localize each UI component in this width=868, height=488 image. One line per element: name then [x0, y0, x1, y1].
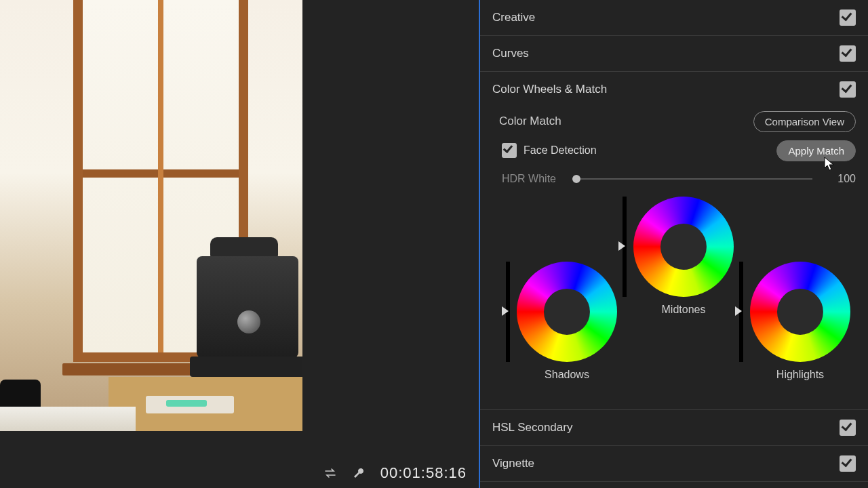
hdr-white-slider[interactable] — [572, 178, 812, 180]
shadows-luma-handle[interactable] — [502, 306, 509, 316]
shadows-label: Shadows — [545, 369, 589, 381]
midtones-label: Midtones — [662, 304, 706, 316]
highlights-label: Highlights — [776, 369, 824, 381]
hdr-white-row: HDR White 100 — [492, 165, 856, 192]
colorwheels-toggle[interactable] — [840, 81, 856, 98]
midtones-wheel-group: Midtones — [623, 197, 734, 316]
hdr-white-label: HDR White — [502, 173, 563, 185]
apply-match-button[interactable]: Apply Match — [776, 140, 856, 161]
video-preview[interactable] — [0, 0, 302, 431]
shadows-wheel-group: Shadows — [506, 262, 617, 381]
hsl-toggle[interactable] — [840, 420, 856, 436]
section-title: Creative — [492, 11, 535, 24]
preview-toolbar: 00:01:58:16 — [0, 458, 479, 488]
highlights-color-wheel[interactable] — [750, 262, 850, 362]
section-title: Vignette — [492, 457, 534, 470]
highlights-luma-handle[interactable] — [735, 306, 742, 316]
highlights-luma-slider[interactable] — [739, 262, 743, 362]
section-color-wheels: Color Wheels & Match Color Match Compari… — [480, 72, 868, 410]
lumetri-panel: Creative Curves Color Wheels & Match Col… — [480, 0, 868, 488]
face-detection-label: Face Detection — [524, 144, 597, 157]
color-wheels-header[interactable]: Color Wheels & Match — [492, 72, 856, 107]
vignette-toggle[interactable] — [840, 455, 856, 472]
timecode[interactable]: 00:01:58:16 — [380, 464, 467, 482]
section-creative[interactable]: Creative — [480, 0, 868, 36]
midtones-color-wheel[interactable] — [633, 197, 734, 297]
section-curves[interactable]: Curves — [480, 36, 868, 72]
curves-toggle[interactable] — [840, 45, 856, 62]
comparison-view-button[interactable]: Comparison View — [753, 111, 856, 132]
preview-letterbox — [302, 0, 479, 488]
scene-tray — [146, 396, 234, 413]
wrench-icon[interactable] — [352, 466, 366, 480]
slider-thumb[interactable] — [572, 175, 580, 183]
section-hsl-secondary[interactable]: HSL Secondary — [480, 410, 868, 446]
midtones-luma-slider[interactable] — [623, 197, 627, 297]
creative-toggle[interactable] — [840, 9, 856, 26]
app-root: 00:01:58:16 Creative Curves Color Wheels… — [0, 0, 868, 488]
midtones-luma-handle[interactable] — [618, 241, 625, 251]
scene-espresso-machine — [190, 237, 302, 380]
section-title: HSL Secondary — [492, 421, 572, 434]
scene-foreground — [0, 407, 136, 431]
color-wheels-area: Shadows Midtones Highlights — [492, 197, 856, 400]
face-detection-checkbox[interactable] — [502, 143, 517, 158]
face-detection-row: Face Detection Apply Match — [492, 136, 856, 165]
section-title: Color Wheels & Match — [492, 83, 607, 96]
section-vignette[interactable]: Vignette — [480, 446, 868, 482]
color-match-heading: Color Match — [499, 115, 561, 128]
highlights-wheel-group: Highlights — [739, 262, 850, 381]
shadows-color-wheel[interactable] — [517, 262, 617, 362]
swap-icon[interactable] — [323, 466, 337, 480]
shadows-luma-slider[interactable] — [506, 262, 510, 362]
section-title: Curves — [492, 47, 529, 60]
hdr-white-value[interactable]: 100 — [831, 173, 856, 185]
preview-pane: 00:01:58:16 — [0, 0, 480, 488]
color-match-row: Color Match Comparison View — [492, 107, 856, 136]
